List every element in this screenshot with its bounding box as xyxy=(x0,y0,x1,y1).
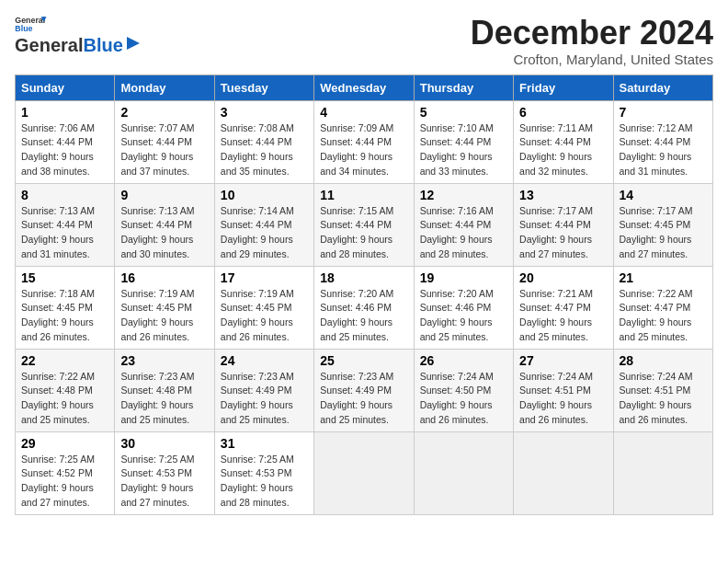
calendar-cell-1-5: 5Sunrise: 7:10 AMSunset: 4:44 PMDaylight… xyxy=(414,100,513,183)
day-number: 16 xyxy=(120,270,208,285)
day-info: Sunrise: 7:06 AMSunset: 4:44 PMDaylight:… xyxy=(21,121,108,179)
day-number: 8 xyxy=(21,188,108,202)
calendar-cell-4-7: 28Sunrise: 7:24 AMSunset: 4:51 PMDayligh… xyxy=(613,349,712,431)
day-info: Sunrise: 7:10 AMSunset: 4:44 PMDaylight:… xyxy=(420,121,507,179)
calendar-cell-3-5: 19Sunrise: 7:20 AMSunset: 4:46 PMDayligh… xyxy=(414,266,513,349)
calendar-cell-4-3: 24Sunrise: 7:23 AMSunset: 4:49 PMDayligh… xyxy=(214,349,313,431)
day-info: Sunrise: 7:23 AMSunset: 4:49 PMDaylight:… xyxy=(320,370,407,428)
calendar-cell-4-2: 23Sunrise: 7:23 AMSunset: 4:48 PMDayligh… xyxy=(115,349,214,431)
calendar-cell-3-3: 17Sunrise: 7:19 AMSunset: 4:45 PMDayligh… xyxy=(214,266,313,349)
calendar-cell-5-3: 31Sunrise: 7:25 AMSunset: 4:53 PMDayligh… xyxy=(214,431,313,514)
calendar-cell-2-4: 11Sunrise: 7:15 AMSunset: 4:44 PMDayligh… xyxy=(314,183,414,266)
svg-text:Blue: Blue xyxy=(15,24,32,33)
day-number: 11 xyxy=(320,188,407,202)
calendar-cell-1-1: 1Sunrise: 7:06 AMSunset: 4:44 PMDaylight… xyxy=(16,100,115,183)
day-number: 23 xyxy=(120,353,208,368)
day-number: 7 xyxy=(620,105,707,120)
day-info: Sunrise: 7:24 AMSunset: 4:51 PMDaylight:… xyxy=(620,370,707,428)
calendar-week-3: 15Sunrise: 7:18 AMSunset: 4:45 PMDayligh… xyxy=(16,266,713,349)
calendar-cell-3-6: 20Sunrise: 7:21 AMSunset: 4:47 PMDayligh… xyxy=(514,266,613,349)
svg-marker-4 xyxy=(127,37,140,50)
day-info: Sunrise: 7:12 AMSunset: 4:44 PMDaylight:… xyxy=(620,121,707,179)
day-info: Sunrise: 7:08 AMSunset: 4:44 PMDaylight:… xyxy=(221,121,308,179)
day-number: 2 xyxy=(120,105,208,120)
calendar-cell-5-4 xyxy=(314,431,414,514)
day-number: 13 xyxy=(519,188,607,202)
calendar-cell-2-3: 10Sunrise: 7:14 AMSunset: 4:44 PMDayligh… xyxy=(214,183,313,266)
calendar-cell-2-1: 8Sunrise: 7:13 AMSunset: 4:44 PMDaylight… xyxy=(16,183,115,266)
calendar-week-4: 22Sunrise: 7:22 AMSunset: 4:48 PMDayligh… xyxy=(16,349,713,431)
day-info: Sunrise: 7:15 AMSunset: 4:44 PMDaylight:… xyxy=(320,204,407,262)
day-number: 19 xyxy=(420,270,507,285)
calendar-cell-2-7: 14Sunrise: 7:17 AMSunset: 4:45 PMDayligh… xyxy=(613,183,712,266)
day-number: 24 xyxy=(221,353,308,368)
calendar-cell-3-7: 21Sunrise: 7:22 AMSunset: 4:47 PMDayligh… xyxy=(613,266,712,349)
day-info: Sunrise: 7:16 AMSunset: 4:44 PMDaylight:… xyxy=(420,204,507,262)
day-info: Sunrise: 7:13 AMSunset: 4:44 PMDaylight:… xyxy=(21,204,108,262)
day-number: 25 xyxy=(320,353,407,368)
logo-arrow-icon xyxy=(125,35,142,52)
header-friday: Friday xyxy=(514,75,613,100)
day-info: Sunrise: 7:18 AMSunset: 4:45 PMDaylight:… xyxy=(21,287,108,345)
day-info: Sunrise: 7:25 AMSunset: 4:53 PMDaylight:… xyxy=(120,453,208,511)
logo-text-blue: Blue xyxy=(83,35,122,55)
calendar-cell-1-2: 2Sunrise: 7:07 AMSunset: 4:44 PMDaylight… xyxy=(115,100,214,183)
day-number: 3 xyxy=(221,105,308,120)
calendar-week-5: 29Sunrise: 7:25 AMSunset: 4:52 PMDayligh… xyxy=(16,431,713,514)
day-number: 17 xyxy=(221,270,308,285)
day-number: 22 xyxy=(21,353,108,368)
day-number: 27 xyxy=(519,353,607,368)
logo-text-general: General xyxy=(15,35,83,55)
day-number: 21 xyxy=(620,270,707,285)
calendar-cell-3-2: 16Sunrise: 7:19 AMSunset: 4:45 PMDayligh… xyxy=(115,266,214,349)
day-number: 10 xyxy=(221,188,308,202)
header-monday: Monday xyxy=(115,75,214,100)
calendar-cell-2-6: 13Sunrise: 7:17 AMSunset: 4:44 PMDayligh… xyxy=(514,183,613,266)
day-info: Sunrise: 7:14 AMSunset: 4:44 PMDaylight:… xyxy=(221,204,308,262)
day-number: 4 xyxy=(320,105,407,120)
calendar-cell-2-2: 9Sunrise: 7:13 AMSunset: 4:44 PMDaylight… xyxy=(115,183,214,266)
day-number: 5 xyxy=(420,105,507,120)
day-info: Sunrise: 7:24 AMSunset: 4:50 PMDaylight:… xyxy=(420,370,507,428)
calendar-cell-2-5: 12Sunrise: 7:16 AMSunset: 4:44 PMDayligh… xyxy=(414,183,513,266)
calendar-cell-5-2: 30Sunrise: 7:25 AMSunset: 4:53 PMDayligh… xyxy=(115,431,214,514)
title-area: December 2024 Crofton, Maryland, United … xyxy=(471,15,713,67)
calendar-cell-4-6: 27Sunrise: 7:24 AMSunset: 4:51 PMDayligh… xyxy=(514,349,613,431)
header-saturday: Saturday xyxy=(613,75,712,100)
day-number: 26 xyxy=(420,353,507,368)
day-info: Sunrise: 7:19 AMSunset: 4:45 PMDaylight:… xyxy=(120,287,208,345)
day-number: 14 xyxy=(620,188,707,202)
day-number: 20 xyxy=(519,270,607,285)
logo: General Blue General Blue xyxy=(15,15,142,55)
day-number: 1 xyxy=(21,105,108,120)
day-number: 6 xyxy=(519,105,607,120)
day-number: 31 xyxy=(221,436,308,451)
calendar-cell-3-1: 15Sunrise: 7:18 AMSunset: 4:45 PMDayligh… xyxy=(16,266,115,349)
header-tuesday: Tuesday xyxy=(214,75,313,100)
logo-icon: General Blue xyxy=(15,15,48,33)
header-sunday: Sunday xyxy=(16,75,115,100)
calendar-cell-4-1: 22Sunrise: 7:22 AMSunset: 4:48 PMDayligh… xyxy=(16,349,115,431)
day-info: Sunrise: 7:13 AMSunset: 4:44 PMDaylight:… xyxy=(120,204,208,262)
calendar-cell-4-5: 26Sunrise: 7:24 AMSunset: 4:50 PMDayligh… xyxy=(414,349,513,431)
day-info: Sunrise: 7:17 AMSunset: 4:45 PMDaylight:… xyxy=(620,204,707,262)
calendar-cell-1-7: 7Sunrise: 7:12 AMSunset: 4:44 PMDaylight… xyxy=(613,100,712,183)
day-number: 28 xyxy=(620,353,707,368)
header: General Blue General Blue December 2024 … xyxy=(15,15,713,67)
calendar-week-1: 1Sunrise: 7:06 AMSunset: 4:44 PMDaylight… xyxy=(16,100,713,183)
calendar-cell-5-5 xyxy=(414,431,513,514)
calendar-cell-1-6: 6Sunrise: 7:11 AMSunset: 4:44 PMDaylight… xyxy=(514,100,613,183)
day-info: Sunrise: 7:22 AMSunset: 4:47 PMDaylight:… xyxy=(620,287,707,345)
day-info: Sunrise: 7:25 AMSunset: 4:52 PMDaylight:… xyxy=(21,453,108,511)
day-info: Sunrise: 7:21 AMSunset: 4:47 PMDaylight:… xyxy=(519,287,607,345)
calendar-cell-3-4: 18Sunrise: 7:20 AMSunset: 4:46 PMDayligh… xyxy=(314,266,414,349)
day-info: Sunrise: 7:19 AMSunset: 4:45 PMDaylight:… xyxy=(221,287,308,345)
day-info: Sunrise: 7:20 AMSunset: 4:46 PMDaylight:… xyxy=(420,287,507,345)
day-info: Sunrise: 7:09 AMSunset: 4:44 PMDaylight:… xyxy=(320,121,407,179)
day-number: 29 xyxy=(21,436,108,451)
day-info: Sunrise: 7:22 AMSunset: 4:48 PMDaylight:… xyxy=(21,370,108,428)
location: Crofton, Maryland, United States xyxy=(471,52,713,67)
day-info: Sunrise: 7:20 AMSunset: 4:46 PMDaylight:… xyxy=(320,287,407,345)
day-info: Sunrise: 7:24 AMSunset: 4:51 PMDaylight:… xyxy=(519,370,607,428)
month-title: December 2024 xyxy=(471,15,713,52)
